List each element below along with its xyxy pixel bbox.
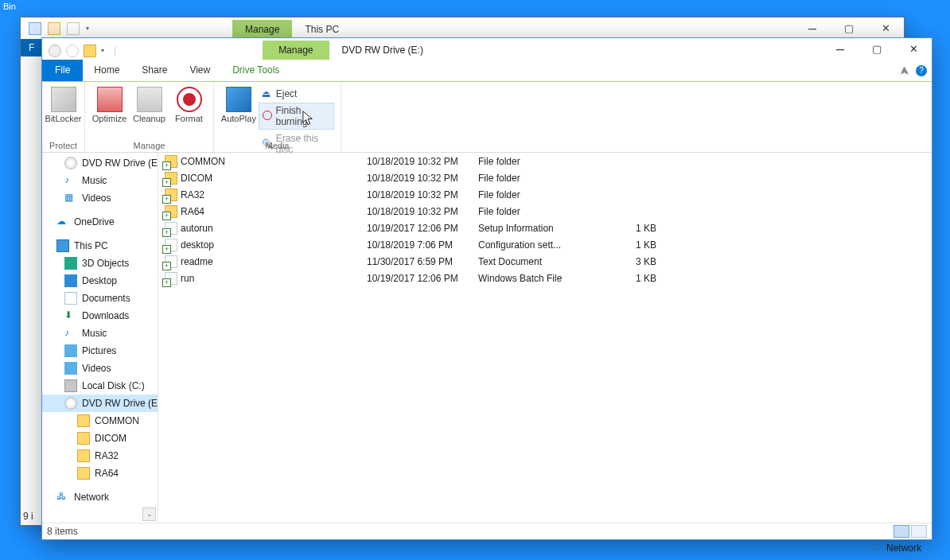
documents-icon: [64, 292, 77, 305]
folder-icon: [77, 432, 90, 445]
nav-onedrive[interactable]: ☁OneDrive: [42, 213, 158, 231]
help-icon[interactable]: ?: [916, 65, 927, 76]
nav-videos2[interactable]: Videos: [42, 360, 158, 377]
autoplay-button[interactable]: AutoPlay: [220, 85, 257, 123]
desktop-icon: [64, 274, 77, 287]
minimize-button[interactable]: –: [822, 38, 859, 60]
file-type: Setup Information: [478, 223, 605, 234]
file-row[interactable]: DICOM10/18/2019 10:32 PMFile folder: [162, 169, 925, 186]
file-row[interactable]: autorun10/19/2017 12:06 PMSetup Informat…: [162, 220, 925, 236]
save-icon[interactable]: [48, 22, 60, 35]
nav-dvd-drive[interactable]: DVD RW Drive (E: [42, 395, 158, 412]
file-name: run: [181, 273, 367, 284]
nav-network[interactable]: 🖧Network: [42, 488, 158, 506]
file-row[interactable]: RA3210/18/2019 10:32 PMFile folder: [162, 186, 925, 203]
maximize-button[interactable]: ▢: [831, 18, 867, 39]
nav-music[interactable]: ♪Music: [42, 172, 158, 189]
nav-videos[interactable]: ▦Videos: [42, 189, 158, 207]
contextual-tab-manage[interactable]: Manage: [232, 20, 292, 39]
file-type: File folder: [478, 156, 605, 167]
window-title: This PC: [292, 20, 352, 39]
folder-icon: [77, 414, 90, 427]
format-button[interactable]: Format: [169, 85, 209, 123]
file-icon: [165, 222, 177, 235]
folder-icon: [77, 449, 90, 462]
props-icon[interactable]: [67, 22, 80, 35]
optimize-button[interactable]: Optimize: [90, 85, 130, 123]
chevron-down-icon[interactable]: ▾: [86, 25, 89, 32]
nav-this-pc[interactable]: This PC: [42, 237, 158, 255]
contextual-tab-manage[interactable]: Manage: [263, 41, 329, 60]
minimize-ribbon-icon[interactable]: ⮝: [900, 65, 909, 76]
eject-button[interactable]: ⏏Eject: [259, 87, 334, 101]
file-row[interactable]: readme11/30/2017 6:59 PMText Document3 K…: [162, 253, 925, 270]
group-label: Protect: [42, 141, 84, 150]
burn-icon: [263, 111, 273, 122]
menu-file[interactable]: File: [42, 60, 83, 81]
group-label: Media: [214, 141, 341, 150]
nav-documents[interactable]: Documents: [42, 290, 158, 307]
menu-home[interactable]: Home: [83, 60, 130, 81]
video-icon: ▦: [64, 192, 77, 204]
file-name: RA64: [181, 206, 367, 217]
file-list[interactable]: COMMON10/18/2019 10:32 PMFile folderDICO…: [158, 153, 932, 523]
pictures-icon: [64, 344, 77, 357]
file-menu[interactable]: F: [21, 42, 42, 53]
nav-local-disk[interactable]: Local Disk (C:): [42, 377, 158, 395]
file-date: 10/18/2019 7:06 PM: [367, 239, 478, 251]
details-view-button[interactable]: [894, 525, 909, 538]
format-icon: [177, 87, 202, 112]
nav-dicom[interactable]: DICOM: [42, 430, 158, 447]
back-nav-network[interactable]: 🖧 Network: [872, 542, 921, 554]
folder-icon: [77, 467, 90, 480]
finish-burning-button[interactable]: Finish burning: [259, 103, 334, 130]
monitor-icon: [29, 22, 41, 35]
eject-icon: ⏏: [262, 88, 273, 99]
nav-desktop[interactable]: Desktop: [42, 272, 158, 290]
quick-access-toolbar: ▾: [21, 22, 89, 35]
menu-share[interactable]: Share: [130, 60, 178, 81]
file-name: DICOM: [181, 173, 367, 184]
file-date: 10/18/2019 10:32 PM: [367, 156, 478, 167]
maximize-button[interactable]: ▢: [859, 38, 895, 60]
folder-icon[interactable]: [84, 45, 96, 57]
nav-common[interactable]: COMMON: [42, 412, 158, 430]
menu-view[interactable]: View: [178, 60, 221, 81]
nav-forward-icon[interactable]: [66, 45, 79, 57]
menu-drive-tools[interactable]: Drive Tools: [221, 60, 290, 81]
file-row[interactable]: RA6410/18/2019 10:32 PMFile folder: [162, 203, 925, 220]
nav-dvd-drive-top[interactable]: DVD RW Drive (E: [42, 154, 158, 172]
file-type: Windows Batch File: [478, 273, 605, 284]
file-date: 10/18/2019 10:32 PM: [367, 173, 478, 184]
folder-icon: [165, 155, 177, 168]
file-row[interactable]: desktop10/18/2019 7:06 PMConfiguration s…: [162, 236, 925, 253]
nav-music2[interactable]: ♪Music: [42, 325, 158, 342]
folder-icon: [165, 189, 177, 201]
nav-ra64[interactable]: RA64: [42, 465, 158, 482]
folder-icon: [165, 172, 177, 185]
file-name: RA32: [181, 189, 367, 200]
file-size: 1 KB: [605, 223, 661, 234]
icons-view-button[interactable]: [911, 525, 927, 538]
navigation-pane[interactable]: DVD RW Drive (E ♪Music ▦Videos ☁OneDrive…: [42, 153, 158, 523]
cleanup-button[interactable]: Cleanup: [130, 85, 169, 123]
file-row[interactable]: run10/19/2017 12:06 PMWindows Batch File…: [162, 270, 925, 286]
scroll-down-icon[interactable]: ⌄: [142, 508, 156, 521]
quick-access-toolbar: ▾ |: [42, 38, 121, 60]
nav-downloads[interactable]: ⬇Downloads: [42, 307, 158, 325]
nav-pictures[interactable]: Pictures: [42, 342, 158, 360]
close-button[interactable]: ✕: [895, 38, 932, 60]
nav-ra32[interactable]: RA32: [42, 447, 158, 465]
disc-icon: [64, 157, 77, 169]
bitlocker-button[interactable]: BitLocker: [44, 85, 84, 123]
minimize-button[interactable]: –: [794, 18, 831, 39]
file-name: readme: [181, 256, 367, 267]
chevron-down-icon[interactable]: ▾: [101, 47, 109, 55]
file-name: autorun: [181, 223, 367, 234]
nav-3d-objects[interactable]: 3D Objects: [42, 255, 158, 272]
file-name: COMMON: [181, 156, 367, 167]
nav-back-icon[interactable]: [49, 45, 61, 57]
close-button[interactable]: ✕: [867, 18, 904, 39]
file-size: 1 KB: [605, 239, 661, 251]
music-icon: ♪: [64, 174, 77, 187]
